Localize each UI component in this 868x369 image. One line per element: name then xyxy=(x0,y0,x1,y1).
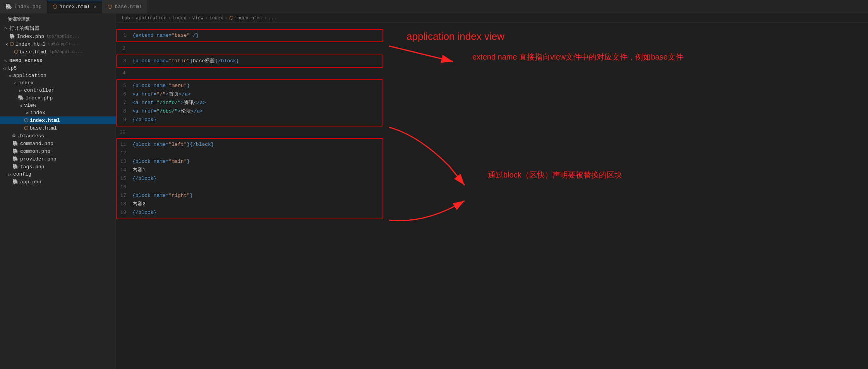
sidebar-item-htaccess[interactable]: ⚙ .htaccess xyxy=(0,132,116,140)
sidebar-item-path: tp5/applic... xyxy=(46,34,80,39)
chevron-icon: ◁ xyxy=(7,73,12,78)
breadcrumb-sep: › xyxy=(188,15,190,21)
annotations-panel: application index view extend name 直接指向v… xyxy=(387,23,868,369)
line-number: 11 xyxy=(117,140,132,149)
sidebar-item-label: controller xyxy=(24,87,54,93)
sidebar-item-base-html-tree[interactable]: ⬡ base.html xyxy=(0,124,116,132)
svg-line-1 xyxy=(389,46,453,62)
line-content: <a href="/info/">资讯</a> xyxy=(132,99,379,107)
code-line-2: 2 xyxy=(116,44,387,53)
sidebar-item-common-php[interactable]: 🐘 common.php xyxy=(0,147,116,155)
sidebar-item-label: command.php xyxy=(20,141,53,147)
php-icon: 🐘 xyxy=(12,140,19,147)
breadcrumb-dots: ... xyxy=(268,15,277,21)
line-content: <a href="/bbs/">论坛</a> xyxy=(132,107,379,116)
sidebar-item-base-html[interactable]: ⬡ base.html tp5/applic... xyxy=(0,48,116,56)
sidebar-item-path: tp5/appli... xyxy=(48,42,79,46)
tab-base-html[interactable]: ⬡ base.html xyxy=(102,0,148,14)
sidebar-item-label: tp5 xyxy=(8,65,17,71)
annotation-title: application index view xyxy=(407,31,504,43)
tab-close-button[interactable]: ✕ xyxy=(94,4,96,10)
chevron-icon: ▷ xyxy=(3,59,9,63)
breadcrumb-sep: › xyxy=(225,15,227,21)
sidebar-item-label: DEMO_EXTEND xyxy=(9,58,43,64)
sidebar-item-label: base.html xyxy=(30,125,57,131)
code-box-title: 3 {block name="title"}base标题{/block} xyxy=(116,55,383,68)
line-number: 12 xyxy=(117,149,132,157)
html-icon: ⬡ xyxy=(53,3,57,10)
sidebar: 资源管理器 ▷ 打开的编辑器 🐘 Index.php tp5/applic...… xyxy=(0,14,116,369)
main-layout: 资源管理器 ▷ 打开的编辑器 🐘 Index.php tp5/applic...… xyxy=(0,14,868,369)
sidebar-item-demo-extend[interactable]: ▷ DEMO_EXTEND xyxy=(0,57,116,65)
line-content: {/block} xyxy=(132,116,379,124)
tab-label: index.html xyxy=(60,4,90,10)
html-icon: ⬡ xyxy=(24,117,28,123)
code-box-menu: 5 {block name="menu"} 6 <a href="/">首页</… xyxy=(116,79,383,126)
php-icon: 🐘 xyxy=(12,156,19,162)
breadcrumb-sep: › xyxy=(132,15,134,21)
sidebar-item-tp5[interactable]: ◁ tp5 xyxy=(0,65,116,72)
line-number: 7 xyxy=(117,99,132,107)
sidebar-item-provider-php[interactable]: 🐘 provider.php xyxy=(0,155,116,163)
sidebar-open-editors[interactable]: ▷ 打开的编辑器 xyxy=(0,24,116,32)
breadcrumb-filename: index.html xyxy=(235,15,262,21)
line-content: {block name="title"}base标题{/block} xyxy=(132,57,379,65)
sidebar-item-label: common.php xyxy=(20,149,50,154)
sidebar-item-view[interactable]: ◁ view xyxy=(0,102,116,109)
sidebar-item-application[interactable]: ◁ application xyxy=(0,72,116,79)
line-number: 18 xyxy=(117,200,132,208)
line-number: 6 xyxy=(117,90,132,99)
sidebar-item-tags-php[interactable]: 🐘 tags.php xyxy=(0,163,116,171)
arrows-svg xyxy=(387,23,868,369)
sidebar-item-index-php[interactable]: 🐘 Index.php tp5/applic... xyxy=(0,32,116,40)
line-content: {/block} xyxy=(132,174,379,183)
sidebar-item-label: config xyxy=(13,171,31,177)
breadcrumb-sep: › xyxy=(205,15,208,21)
tab-label: Index.php xyxy=(14,4,41,10)
sidebar-item-label: base.html xyxy=(20,49,47,55)
line-content: {block name="right"} xyxy=(132,191,379,200)
line-number: 19 xyxy=(117,208,132,217)
tab-index-php[interactable]: 🐘 Index.php xyxy=(0,0,47,14)
sidebar-item-index-html[interactable]: ✕ ⬡ index.html tp5/appli... xyxy=(0,40,116,48)
close-icon[interactable]: ✕ xyxy=(5,42,8,47)
sidebar-item-app-php[interactable]: 🐘 app.php xyxy=(0,178,116,186)
sidebar-item-index-folder[interactable]: ◁ index xyxy=(0,79,116,87)
tab-index-html[interactable]: ⬡ index.html ✕ xyxy=(47,0,102,14)
line-number: 9 xyxy=(117,116,132,124)
line-content: 内容2 xyxy=(132,200,379,208)
line-number: 15 xyxy=(117,174,132,183)
breadcrumb-view: view xyxy=(192,15,203,21)
sidebar-item-label: application xyxy=(13,73,46,79)
html-icon: ⬡ xyxy=(229,15,233,21)
breadcrumb-sep: › xyxy=(168,15,171,21)
sidebar-item-command-php[interactable]: 🐘 command.php xyxy=(0,140,116,147)
breadcrumb-index2: index xyxy=(209,15,223,21)
annotation-extend-text: extend name 直接指向view文件中的对应文件，例如base文件 xyxy=(472,52,683,62)
php-icon: 🐘 xyxy=(12,148,19,154)
sidebar-item-index-html-active[interactable]: ⬡ index.html xyxy=(0,116,116,124)
line-number: 13 xyxy=(117,157,132,166)
sidebar-item-index-php-tree[interactable]: 🐘 Index.php xyxy=(0,94,116,102)
html-icon: ⬡ xyxy=(108,3,112,10)
line-number: 1 xyxy=(117,31,132,40)
line-content: {/block} xyxy=(132,208,379,217)
line-number: 4 xyxy=(116,69,132,78)
php-icon: 🐘 xyxy=(12,179,19,185)
sidebar-item-config[interactable]: ▷ config xyxy=(0,171,116,178)
line-content: {extend name="base" /} xyxy=(132,31,379,40)
sidebar-item-index-view[interactable]: ◁ index xyxy=(0,109,116,116)
php-icon: 🐘 xyxy=(5,3,12,10)
sidebar-item-label: index.html xyxy=(15,41,46,47)
php-icon: 🐘 xyxy=(9,33,15,39)
chevron-icon: ◁ xyxy=(18,103,23,108)
line-content: {block name="left"}{/block} xyxy=(132,140,379,149)
php-icon: 🐘 xyxy=(18,95,24,101)
line-number: 5 xyxy=(117,82,132,90)
sidebar-item-controller[interactable]: ▷ controller xyxy=(0,87,116,94)
code-editor[interactable]: 1 {extend name="base" /} 2 3 {block name… xyxy=(116,23,387,369)
sidebar-item-label: view xyxy=(24,102,36,108)
line-number: 10 xyxy=(116,128,132,137)
sidebar-item-label: Index.php xyxy=(17,34,44,39)
php-icon: 🐘 xyxy=(12,164,19,170)
